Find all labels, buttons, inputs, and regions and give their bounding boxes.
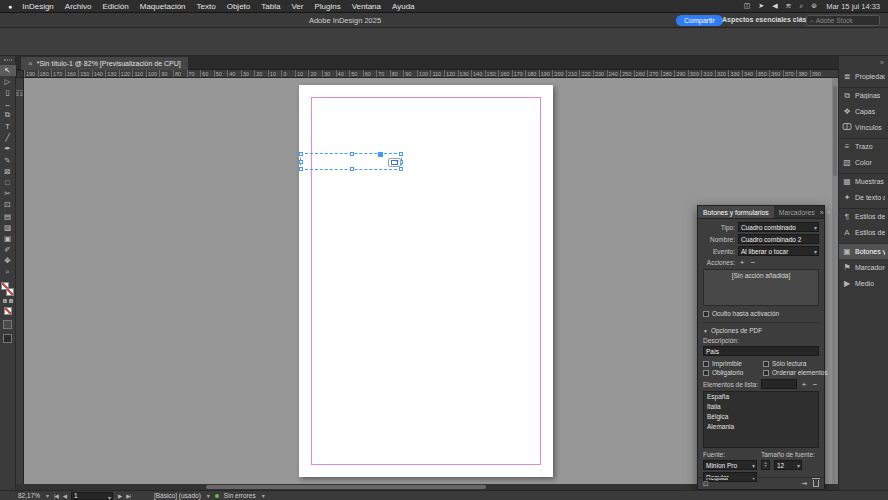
solo-lectura-checkbox[interactable] [763,361,769,367]
screen-mirroring-icon[interactable]: ◫ [744,2,751,10]
apply-color-none-swatch[interactable] [4,307,12,315]
pdf-options-section[interactable]: ▼ Opciones de PDF [703,322,819,334]
free-transform-tool[interactable]: ⊡ [0,199,16,210]
spotlight-icon[interactable]: ⌕ [799,2,803,10]
zoom-level[interactable]: 82,17% [18,492,40,499]
formatting-container-icon[interactable] [3,299,7,303]
export-icon[interactable]: ⊡ [703,480,709,488]
selection-tool[interactable]: ↖ [0,65,16,76]
content-collector-tool[interactable]: ⧉ [0,110,16,121]
list-items-box[interactable]: EspañaItaliaBélgicaAlemania [703,391,819,448]
menu-item[interactable]: InDesign [22,2,54,11]
panel-menu-icon[interactable]: ≡ [827,209,831,216]
handle-bottom-right[interactable] [399,167,403,171]
horizontal-ruler[interactable]: 1901801701601501401301201101009080706050… [24,70,838,78]
handle-middle-left[interactable] [299,160,303,164]
note-tool[interactable]: ▣ [0,233,16,244]
dock-item-muestras[interactable]: ▦ Muestras [839,173,888,189]
fill-stroke-swatches[interactable] [1,282,14,296]
last-page-icon[interactable]: ▶| [126,493,130,499]
font-size-dropdown[interactable]: 12 [774,460,802,470]
next-page-icon[interactable]: ▶ [118,493,121,499]
list-item[interactable]: España [704,392,818,402]
combobox-field-badge[interactable] [388,158,401,167]
rectangle-tool[interactable]: □ [0,177,16,188]
stroke-swatch-none[interactable] [6,288,14,296]
trash-icon[interactable] [813,480,819,487]
descripcion-input[interactable]: País [703,346,819,356]
close-icon[interactable]: × [28,59,33,68]
preflight-menu-chevron-icon[interactable] [261,492,265,499]
dock-item-de-texto-a[interactable]: ✦ De texto a ... [839,189,888,205]
dock-item-propiedades[interactable]: ≣ Propiedad... [839,68,888,84]
menu-item[interactable]: Archivo [65,2,92,11]
control-center-icon[interactable]: ⊜ [811,2,817,10]
add-list-item-button[interactable]: + [800,380,808,389]
handle-bottom-left[interactable] [299,167,303,171]
wifi-icon[interactable]: ≋ [786,2,792,10]
dock-item-estilos-parrafo[interactable]: ¶ Estilos de ... [839,208,888,224]
first-page-icon[interactable]: |◀ [54,493,58,499]
direct-selection-tool[interactable]: ▷ [0,76,16,87]
type-tool[interactable]: T [0,121,16,132]
page-number-field[interactable]: 1 [71,492,113,500]
vertical-scroll-thumb[interactable] [833,86,837,176]
preflight-status[interactable]: Sin errores [224,492,256,499]
menu-item[interactable]: Maquetación [140,2,186,11]
zoom-chevron-icon[interactable] [45,492,49,499]
menu-item[interactable]: Plugins [314,2,340,11]
hand-tool[interactable]: ✥ [0,255,16,266]
tab-marcadores[interactable]: Marcadores [774,206,820,218]
dock-item-botones[interactable]: ▣ Botones y ... [839,243,888,259]
location-icon[interactable]: ➤ [758,2,764,10]
line-tool[interactable]: ╱ [0,132,16,143]
zoom-tool[interactable]: ⌕ [0,266,16,277]
dock-item-estilos-caracter[interactable]: A Estilos de ... [839,224,888,240]
menu-item[interactable]: Ventana [352,2,381,11]
horizontal-scroll-thumb[interactable] [206,485,486,489]
preflight-chevron-icon[interactable] [206,492,210,499]
oculto-checkbox[interactable] [703,311,709,317]
dock-item-color[interactable]: ▧ Color [839,154,888,170]
volume-muted-icon[interactable]: ◀ [772,2,777,10]
tipo-dropdown[interactable]: Cuadro combinado [738,222,819,232]
handle-top-middle[interactable] [350,152,354,156]
ruler-origin-corner[interactable] [16,70,24,78]
imprimible-checkbox[interactable] [703,361,709,367]
prev-page-icon[interactable]: ◀ [63,493,66,499]
gradient-feather-tool[interactable]: ▨ [0,222,16,233]
gradient-tool[interactable]: ▤ [0,210,16,221]
font-family-dropdown[interactable]: Minion Pro [703,460,757,470]
view-mode-button[interactable] [3,320,12,329]
adobe-stock-search[interactable]: ⌕ Adobe Stock [806,15,880,26]
scissors-tool[interactable]: ✂ [0,188,16,199]
handle-selected[interactable] [378,152,383,157]
expand-panels-icon[interactable]: » [839,59,888,68]
actions-listbox[interactable]: [Sin acción añadida] [703,269,819,306]
formatting-text-icon[interactable] [9,299,13,303]
document-tab[interactable]: × *Sin título-1 @ 82% [Previsualización … [21,57,188,70]
menu-item[interactable]: Ayuda [392,2,415,11]
dock-item-marcadores[interactable]: ⚑ Marcadores [839,259,888,275]
nombre-input[interactable]: Cuadro combinado 2 [738,234,819,244]
handle-top-left[interactable] [299,152,303,156]
remove-list-item-button[interactable]: − [811,380,819,389]
list-item[interactable]: Bélgica [704,412,818,422]
preflight-profile[interactable]: [Básico] (usado) [154,492,201,499]
apple-menu-icon[interactable]: ● [8,3,12,10]
menu-item[interactable]: Objeto [227,2,251,11]
obligatorio-checkbox[interactable] [703,370,709,376]
convert-to-object-icon[interactable]: ⇥ [801,480,807,488]
eyedropper-tool[interactable]: ✐ [0,244,16,255]
dock-item-vinculos[interactable]: ↀ Vínculos [839,119,888,135]
list-item[interactable]: Alemania [704,422,818,432]
collapse-panel-icon[interactable]: » [820,209,824,216]
dock-item-trazo[interactable]: ≡ Trazo [839,138,888,154]
remove-action-button[interactable]: − [749,258,757,267]
menubar-clock[interactable]: Mar 15 jul 14:33 [826,2,880,11]
ordenar-checkbox[interactable] [763,370,769,376]
share-button[interactable]: Compartir [676,15,723,26]
add-action-button[interactable]: + [738,258,746,267]
dock-item-medio[interactable]: ▶ Medio [839,275,888,291]
font-size-stepper[interactable]: ▲▼ [761,460,770,470]
